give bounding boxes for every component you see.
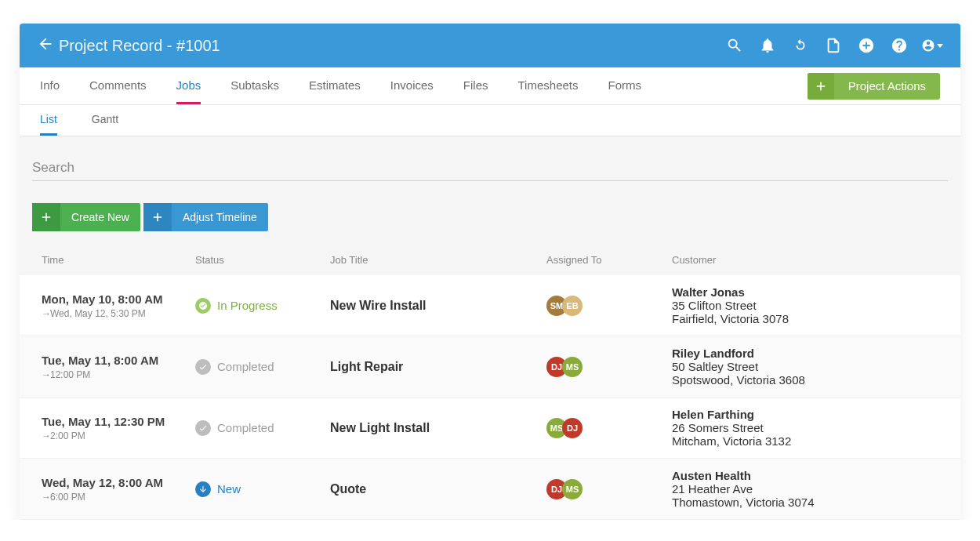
avatar: MS — [562, 357, 583, 377]
tab-forms[interactable]: Forms — [608, 67, 642, 104]
customer-address-line1: 35 Clifton Street — [672, 299, 938, 312]
app-header: Project Record - #1001 — [20, 24, 960, 67]
tab-comments[interactable]: Comments — [89, 67, 147, 104]
app-shell: Project Record - #1001 InfoCommentsJobsS… — [20, 24, 960, 520]
cell-time: Tue, May 11, 8:00 AM →12:00 PM — [42, 354, 195, 380]
job-title: Light Repair — [330, 360, 403, 373]
help-icon[interactable] — [888, 34, 910, 56]
cell-time: Tue, May 11, 12:30 PM →2:00 PM — [42, 415, 195, 441]
page-title: Project Record - #1001 — [59, 37, 220, 55]
status-label: Completed — [217, 360, 274, 373]
search-row — [24, 144, 956, 186]
status-icon — [195, 298, 211, 314]
content-area: Create New Adjust Timeline Time Status J… — [20, 136, 960, 520]
tab-timesheets[interactable]: Timesheets — [518, 67, 579, 104]
cell-jobtitle: New Light Install — [330, 421, 546, 435]
col-header-time: Time — [42, 254, 195, 266]
time-start: Wed, May 12, 8:00 AM — [42, 476, 195, 489]
subtab-list[interactable]: List — [40, 105, 57, 136]
time-start: Mon, May 10, 8:00 AM — [42, 292, 195, 306]
action-buttons-row: Create New Adjust Timeline — [24, 186, 956, 244]
search-icon[interactable] — [724, 34, 746, 56]
tab-subtasks[interactable]: Subtasks — [230, 67, 279, 104]
document-icon[interactable] — [822, 34, 844, 56]
status-icon — [195, 481, 211, 497]
cell-status: New — [195, 481, 330, 497]
col-header-jobtitle: Job Title — [330, 254, 546, 266]
customer-name: Austen Health — [672, 469, 938, 482]
col-header-status: Status — [195, 254, 330, 266]
table-row[interactable]: Mon, May 10, 8:00 AM →Wed, May 12, 5:30 … — [20, 275, 960, 336]
create-new-button[interactable]: Create New — [32, 203, 140, 231]
customer-name: Riley Landford — [672, 347, 938, 360]
customer-address-line2: Fairfield, Victoria 3078 — [672, 312, 938, 325]
customer-address-line1: 50 Saltley Street — [672, 360, 938, 373]
search-input[interactable] — [32, 155, 948, 181]
cell-status: In Progress — [195, 298, 330, 314]
plus-icon — [32, 203, 60, 231]
main-tabbar: InfoCommentsJobsSubtasksEstimatesInvoice… — [20, 67, 960, 105]
col-header-assigned: Assigned To — [546, 254, 672, 266]
tab-files[interactable]: Files — [463, 67, 488, 104]
status-label: New — [217, 482, 241, 496]
time-start: Tue, May 11, 12:30 PM — [42, 415, 195, 428]
cell-assigned: MSDJ — [546, 418, 672, 438]
cell-status: Completed — [195, 359, 330, 375]
time-start: Tue, May 11, 8:00 AM — [42, 354, 195, 367]
cell-jobtitle: Quote — [330, 482, 546, 496]
cell-time: Mon, May 10, 8:00 AM →Wed, May 12, 5:30 … — [42, 292, 195, 319]
table-row[interactable]: Tue, May 11, 8:00 AM →12:00 PM Completed… — [20, 336, 960, 398]
job-title: New Wire Install — [330, 299, 426, 312]
adjust-timeline-button[interactable]: Adjust Timeline — [143, 203, 268, 231]
project-actions-button[interactable]: Project Actions — [808, 73, 940, 100]
cell-jobtitle: New Wire Install — [330, 299, 546, 313]
customer-address-line1: 26 Somers Street — [672, 421, 938, 434]
time-end: →2:00 PM — [42, 430, 195, 441]
cell-time: Wed, May 12, 8:00 AM →6:00 PM — [42, 476, 195, 503]
back-arrow-icon[interactable] — [37, 35, 59, 56]
table-header-row: Time Status Job Title Assigned To Custom… — [20, 244, 960, 275]
tab-estimates[interactable]: Estimates — [309, 67, 361, 104]
status-label: In Progress — [217, 299, 278, 312]
customer-name: Walter Jonas — [672, 285, 938, 299]
table-row[interactable]: Wed, May 12, 8:00 AM →6:00 PM New Quote … — [20, 459, 960, 520]
cell-customer: Helen Farthing 26 Somers Street Mitcham,… — [672, 408, 938, 448]
tab-jobs[interactable]: Jobs — [176, 67, 201, 104]
cell-customer: Austen Health 21 Heather Ave Thomastown,… — [672, 469, 938, 509]
job-title: New Light Install — [330, 421, 430, 434]
time-end: →12:00 PM — [42, 369, 195, 380]
customer-address-line2: Mitcham, Victoria 3132 — [672, 434, 938, 448]
customer-address-line2: Thomastown, Victoria 3074 — [672, 496, 938, 509]
subtab-gantt[interactable]: Gantt — [92, 105, 118, 136]
avatar: MS — [562, 479, 583, 499]
job-title: Quote — [330, 482, 366, 496]
cell-status: Completed — [195, 420, 330, 436]
sub-tabbar: ListGantt — [20, 105, 960, 136]
time-end: →Wed, May 12, 5:30 PM — [42, 308, 195, 319]
cell-customer: Walter Jonas 35 Clifton Street Fairfield… — [672, 285, 938, 325]
table-row[interactable]: Tue, May 11, 12:30 PM →2:00 PM Completed… — [20, 398, 960, 459]
tab-info[interactable]: Info — [40, 67, 60, 104]
account-icon[interactable] — [921, 34, 943, 56]
plus-icon — [808, 73, 834, 100]
plus-icon — [143, 203, 172, 231]
time-end: →6:00 PM — [42, 492, 195, 503]
avatar: DJ — [562, 418, 583, 438]
avatar: EB — [562, 296, 583, 316]
status-icon — [195, 420, 211, 436]
status-label: Completed — [217, 421, 274, 434]
customer-name: Helen Farthing — [672, 408, 938, 421]
refresh-icon[interactable] — [789, 34, 811, 56]
cell-assigned: DJMS — [546, 479, 672, 499]
customer-address-line2: Spotswood, Victoria 3608 — [672, 373, 938, 387]
cell-assigned: DJMS — [546, 357, 672, 377]
add-circle-icon[interactable] — [855, 34, 877, 56]
jobs-table: Time Status Job Title Assigned To Custom… — [20, 244, 960, 520]
tab-invoices[interactable]: Invoices — [390, 67, 434, 104]
cell-assigned: SMEB — [546, 296, 672, 316]
cell-jobtitle: Light Repair — [330, 360, 546, 374]
bell-icon[interactable] — [757, 34, 779, 56]
cell-customer: Riley Landford 50 Saltley Street Spotswo… — [672, 347, 938, 387]
customer-address-line1: 21 Heather Ave — [672, 482, 938, 496]
col-header-customer: Customer — [672, 254, 938, 266]
